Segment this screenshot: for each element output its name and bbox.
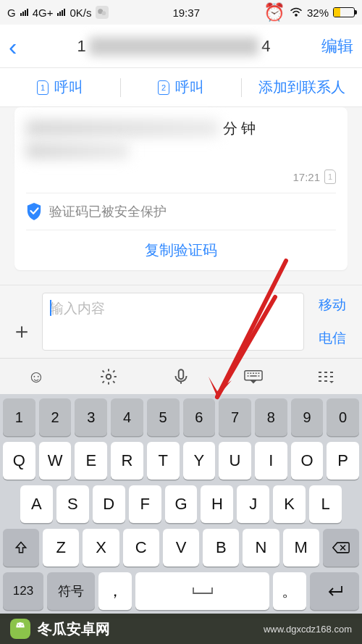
key-4[interactable]: 4	[111, 398, 143, 436]
svg-point-2	[295, 14, 297, 16]
key-8[interactable]: 8	[255, 398, 287, 436]
svg-rect-5	[245, 370, 262, 380]
emoji-button[interactable]: ☺	[27, 367, 46, 386]
key-p[interactable]: P	[327, 442, 359, 480]
key-0[interactable]: 0	[327, 398, 359, 436]
key-r[interactable]: R	[111, 442, 143, 480]
sim1-icon: 1	[37, 80, 49, 95]
watermark-footer: 冬瓜安卓网 www.dgxcdz168.com	[0, 614, 362, 644]
keyboard-switch-button[interactable]	[244, 367, 263, 386]
key-d[interactable]: D	[93, 485, 125, 523]
network-label: 4G+	[33, 7, 54, 19]
sms-time: 17:21	[292, 171, 320, 183]
key-2[interactable]: 2	[39, 398, 72, 436]
android-icon	[10, 619, 30, 639]
voice-input-button[interactable]	[172, 367, 190, 386]
keyboard-row-1: QWERTYUIOP	[3, 442, 359, 480]
key-y[interactable]: Y	[183, 442, 216, 480]
call-label-2: 呼叫	[175, 78, 204, 97]
send-sim-picker: 移动 电信	[311, 293, 353, 351]
period-key[interactable]: 。	[273, 572, 306, 610]
comma-key[interactable]: ，	[98, 572, 132, 610]
enter-key[interactable]	[310, 572, 359, 610]
more-tools-button[interactable]	[316, 367, 335, 386]
key-5[interactable]: 5	[147, 398, 180, 436]
send-sim2-button[interactable]: 电信	[311, 329, 353, 348]
sms-card[interactable]: ████ ████ ██████████ 分 钟 ██████████ 17:2…	[14, 107, 348, 270]
alarm-icon: ⏰	[264, 2, 285, 22]
key-i[interactable]: I	[255, 442, 287, 480]
page-title: 1 00000000000 4	[38, 37, 310, 56]
key-e[interactable]: E	[75, 442, 107, 480]
backspace-key[interactable]	[323, 529, 359, 566]
key-z[interactable]: Z	[43, 529, 79, 566]
sms-tail: 分 钟	[223, 120, 256, 136]
shift-key[interactable]	[3, 529, 39, 566]
watermark-brand: 冬瓜安卓网	[38, 619, 110, 639]
key-j[interactable]: J	[237, 485, 269, 523]
sms-meta: 17:21 1	[26, 162, 336, 193]
key-q[interactable]: Q	[3, 442, 35, 480]
message-area: ████ ████ ██████████ 分 钟 ██████████ 17:2…	[0, 107, 362, 285]
clock-label: 19:37	[109, 7, 264, 19]
text-caret	[50, 300, 51, 316]
attach-button[interactable]: ＋	[9, 293, 35, 351]
space-key[interactable]	[135, 572, 269, 610]
key-h[interactable]: H	[201, 485, 233, 523]
send-sim1-button[interactable]: 移动	[311, 296, 353, 314]
sms-redacted-2: ██████████	[26, 143, 129, 159]
key-u[interactable]: U	[219, 442, 251, 480]
key-1[interactable]: 1	[3, 398, 35, 436]
status-bar: G 4G+ 0K/s 19:37 ⏰ 32%	[0, 0, 362, 25]
settings-button[interactable]	[99, 367, 118, 386]
key-o[interactable]: O	[291, 442, 324, 480]
speed-label: 0K/s	[70, 7, 91, 19]
code-protected-row: 验证码已被安全保护	[26, 193, 336, 230]
call-sim2-button[interactable]: 2 呼叫	[121, 78, 241, 97]
message-input[interactable]: 输入内容	[42, 293, 304, 351]
signal-bars-icon-2	[57, 9, 65, 16]
key-s[interactable]: S	[56, 485, 89, 523]
title-prefix: 1	[77, 37, 85, 56]
key-g[interactable]: G	[165, 485, 198, 523]
sms-redacted-1: ████ ████ ██████████	[26, 120, 219, 136]
svg-point-7	[22, 624, 23, 626]
edit-button[interactable]: 编辑	[310, 35, 353, 57]
title-suffix: 4	[261, 37, 270, 56]
key-t[interactable]: T	[147, 442, 180, 480]
back-button[interactable]: ‹	[9, 34, 38, 59]
copy-code-button[interactable]: 复制验证码	[26, 230, 336, 270]
sms-sim-icon: 1	[324, 170, 336, 184]
key-n[interactable]: N	[243, 529, 279, 566]
battery-pct-label: 32%	[307, 7, 329, 19]
key-f[interactable]: F	[129, 485, 161, 523]
key-l[interactable]: L	[309, 485, 342, 523]
key-v[interactable]: V	[163, 529, 199, 566]
key-6[interactable]: 6	[183, 398, 216, 436]
call-sim1-button[interactable]: 1 呼叫	[0, 78, 120, 97]
key-m[interactable]: M	[283, 529, 319, 566]
key-7[interactable]: 7	[219, 398, 251, 436]
key-3[interactable]: 3	[75, 398, 107, 436]
key-9[interactable]: 9	[291, 398, 324, 436]
numeric-key[interactable]: 123	[3, 572, 43, 610]
action-tabs: 1 呼叫 2 呼叫 添加到联系人	[0, 68, 362, 107]
key-w[interactable]: W	[39, 442, 72, 480]
add-contact-button[interactable]: 添加到联系人	[242, 78, 362, 97]
compose-row: ＋ 输入内容 移动 电信	[0, 285, 362, 358]
key-c[interactable]: C	[123, 529, 159, 566]
keyboard-row-4: 123 符号 ， 。	[3, 572, 359, 610]
key-k[interactable]: K	[273, 485, 306, 523]
wifi-icon	[290, 6, 303, 19]
shield-icon	[26, 202, 42, 221]
key-b[interactable]: B	[203, 529, 239, 566]
watermark-host: www.dgxcdz168.com	[264, 624, 352, 635]
signal-bars-icon	[20, 9, 28, 16]
nav-header: ‹ 1 00000000000 4 编辑	[0, 25, 362, 68]
sim2-icon: 2	[158, 80, 169, 95]
key-x[interactable]: X	[83, 529, 119, 566]
svg-point-3	[106, 374, 111, 379]
keyboard-row-nums: 1234567890	[3, 398, 359, 436]
symbols-key[interactable]: 符号	[47, 572, 95, 610]
key-a[interactable]: A	[20, 485, 53, 523]
